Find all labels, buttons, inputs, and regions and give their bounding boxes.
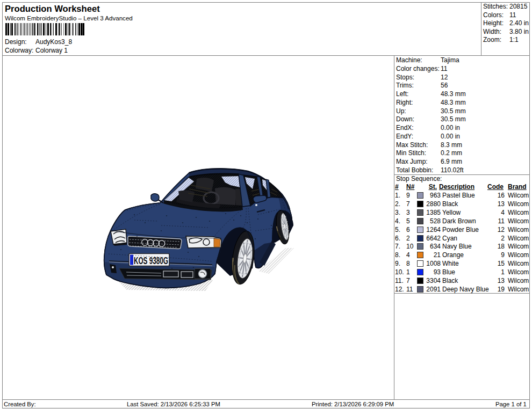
svg-text:KOS 9380G: KOS 9380G [134, 255, 168, 266]
